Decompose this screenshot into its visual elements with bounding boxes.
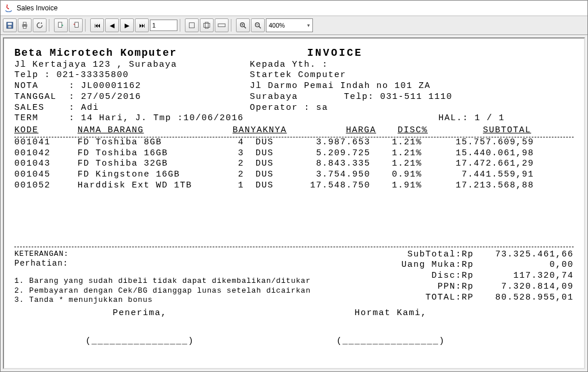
toolbar: ⏮ ◀ ▶ ⏭ 400%: [1, 16, 587, 35]
last-page-icon[interactable]: ⏭: [135, 18, 149, 32]
nota-value: JL00001162: [81, 81, 141, 91]
total-label: TOTAL:RP: [425, 293, 476, 304]
save-icon[interactable]: [3, 18, 17, 32]
table-row: 001052Harddisk Ext WD 1TB1DUS17.548.7501…: [14, 181, 574, 191]
cell-disc: 1.21%: [370, 137, 422, 148]
cell-sub: 15.757.609,59: [422, 137, 534, 148]
cell-qty: 1: [227, 181, 244, 191]
refresh-icon[interactable]: [33, 18, 47, 32]
note-3: 3. Tanda * menunjukkan bonus: [14, 296, 296, 305]
th-disc: DISC%: [376, 125, 428, 136]
recipient-address: Jl Darmo Pemai Indah no 101 ZA: [250, 81, 574, 92]
company-address: Jl Kertajaya 123 , Surabaya: [14, 60, 250, 71]
ppn-value: 7.320.814,09: [476, 282, 574, 293]
disc-label: Disc:Rp: [431, 271, 476, 282]
table-row: 001042FD Toshiba 16GB3DUS5.209.7251.21%1…: [14, 148, 574, 159]
cell-unit: DUS: [244, 181, 290, 191]
penerima-label: Penerima,: [14, 308, 265, 319]
java-icon: [4, 3, 13, 13]
first-page-icon[interactable]: ⏮: [90, 18, 104, 32]
recipient-name: Startek Computer: [250, 70, 574, 81]
cell-nama: FD Toshiba 16GB: [78, 148, 227, 159]
th-kode: KODE: [14, 125, 78, 136]
cell-harga: 5.209.725: [290, 148, 370, 159]
svg-rect-9: [204, 24, 210, 28]
term-label: TERM: [14, 113, 69, 124]
uangmuka-label: Uang Muka:Rp: [401, 260, 476, 271]
cell-nama: Harddisk Ext WD 1TB: [78, 181, 227, 191]
cell-disc: 1.21%: [370, 148, 422, 159]
titlebar: Sales Invoice: [1, 1, 587, 16]
print-icon[interactable]: [18, 18, 32, 32]
th-sub: SUBTOTAL: [428, 125, 531, 136]
hal-label: HAL.:: [438, 113, 474, 123]
operator-value: sa: [316, 103, 328, 113]
hal-value: 1 / 1: [474, 113, 505, 123]
zoom-select[interactable]: 400%: [266, 18, 313, 32]
cell-kode: 001042: [14, 148, 78, 159]
subtotal-label: SubTotal:Rp: [407, 250, 476, 260]
cell-harga: 3.987.653: [290, 137, 370, 148]
svg-line-13: [244, 26, 246, 29]
cell-disc: 0.91%: [370, 170, 422, 181]
sign-line-left: (________________): [14, 336, 265, 347]
cell-unit: DUS: [244, 170, 290, 181]
table-header: KODE NAMA BARANG BANYAKNYA HARGA DISC% S…: [14, 125, 574, 137]
window-title: Sales Invoice: [17, 4, 57, 12]
svg-rect-4: [23, 22, 26, 25]
cell-sub: 7.441.559,91: [422, 170, 534, 181]
zoom-out-icon[interactable]: [251, 18, 265, 32]
perhatian-label: Perhatian:: [14, 259, 296, 269]
prev-page-icon[interactable]: ◀: [105, 18, 119, 32]
cell-qty: 2: [227, 159, 244, 170]
next-page-icon[interactable]: ▶: [120, 18, 134, 32]
zoom-in-icon[interactable]: [236, 18, 250, 32]
cell-qty: 4: [227, 137, 244, 148]
cell-kode: 001052: [14, 181, 78, 191]
nota-label: NOTA: [14, 81, 69, 92]
cell-sub: 15.440.061,98: [422, 148, 534, 159]
th-qty: BANYAKNYA: [233, 125, 296, 136]
sales-label: SALES: [14, 103, 69, 114]
svg-line-17: [259, 26, 261, 29]
cell-sub: 17.472.661,29: [422, 159, 534, 170]
disc-value: 117.320,74: [476, 271, 574, 282]
import-icon[interactable]: [69, 18, 83, 32]
cell-harga: 3.754.950: [290, 170, 370, 181]
recipient-city: Surabaya: [250, 92, 298, 102]
note-1: 1. Barang yang sudah dibeli tidak dapat …: [14, 277, 296, 286]
cell-unit: DUS: [244, 148, 290, 159]
table-row: 001043FD Toshiba 32GB2DUS8.843.3351.21%1…: [14, 159, 574, 170]
recipient-kepada: Kepada Yth. :: [250, 60, 574, 71]
svg-rect-5: [23, 26, 26, 29]
actual-size-icon[interactable]: [185, 18, 199, 32]
cell-nama: FD Toshiba 8GB: [78, 137, 227, 148]
fit-width-icon[interactable]: [215, 18, 229, 32]
th-nama: NAMA BARANG: [78, 125, 233, 136]
cell-kode: 001041: [14, 137, 78, 148]
cell-disc: 1.21%: [370, 159, 422, 170]
th-harga: HARGA: [296, 125, 376, 136]
tanggal-label: TANGGAL: [14, 92, 69, 103]
cell-kode: 001043: [14, 159, 78, 170]
subtotal-value: 73.325.461,66: [476, 250, 574, 260]
export-icon[interactable]: [54, 18, 68, 32]
doc-type: INVOICE: [307, 47, 363, 60]
cell-nama: FD Toshiba 32GB: [78, 159, 227, 170]
recipient-phone-label: Telp:: [344, 92, 380, 102]
sales-value: Adi: [81, 103, 99, 113]
operator-label: Operator :: [250, 103, 316, 113]
cell-unit: DUS: [244, 137, 290, 148]
table-row: 001045FD Kingstone 16GB2DUS3.754.9500.91…: [14, 170, 574, 181]
invoice-document: Beta Microtech Komputer INVOICE Jl Kerta…: [4, 39, 584, 355]
cell-qty: 3: [227, 148, 244, 159]
cell-harga: 17.548.750: [290, 181, 370, 191]
page-number-input[interactable]: [150, 20, 177, 31]
fit-page-icon[interactable]: [200, 18, 214, 32]
cell-sub: 17.213.568,88: [422, 181, 534, 191]
phone-label: Telp :: [14, 70, 57, 80]
keterangan-label: KETERANGAN:: [14, 250, 296, 259]
document-viewport: Beta Microtech Komputer INVOICE Jl Kerta…: [3, 37, 585, 369]
cell-harga: 8.843.335: [290, 159, 370, 170]
company-name: Beta Microtech Komputer: [14, 47, 250, 60]
